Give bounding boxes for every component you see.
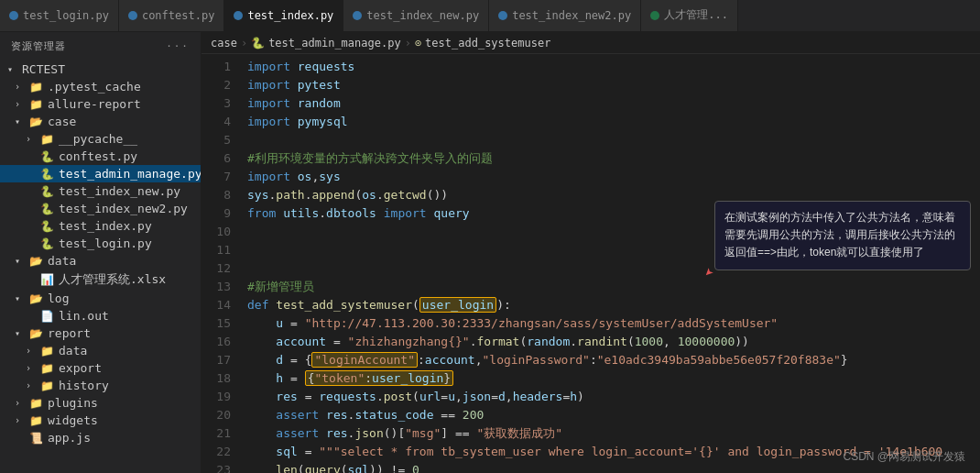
chevron-down-icon: ▾ [15, 116, 29, 126]
sidebar-item-pytest-cache[interactable]: › 📁 .pytest_cache [0, 78, 201, 95]
chevron-right-icon: › [15, 398, 29, 408]
py-file-icon: 🐍 [40, 150, 55, 163]
code-line-6: #利用环境变量的方式解决跨文件夹导入的问题 [247, 149, 980, 168]
sidebar-item-report[interactable]: ▾ 📂 report [0, 324, 201, 342]
tab-test-index-new[interactable]: test_index_new.py [343, 0, 489, 31]
folder-icon: 📁 [40, 133, 55, 146]
chevron-down-icon: ▾ [7, 64, 22, 74]
editor-body: 1234 5678 9101112 13141516 17181920 2122… [201, 54, 980, 473]
code-line-5 [247, 131, 980, 149]
chevron-right-icon: › [15, 82, 29, 92]
py-icon [498, 11, 507, 20]
sidebar-item-plugins[interactable]: › 📁 plugins [0, 394, 201, 412]
code-line-18: h = {"token":user_login} [247, 369, 980, 388]
folder-icon: 📁 [29, 98, 44, 111]
py-icon [353, 11, 362, 20]
sidebar-item-data[interactable]: ▾ 📂 data [0, 252, 201, 270]
code-line-14: def test_add_systemuser(user_login): [247, 296, 980, 314]
root-label: RCTEST [22, 62, 65, 76]
sidebar-item-appjs[interactable]: 📜 app.js [0, 429, 201, 446]
item-label: data [48, 254, 76, 268]
xlsx-file-icon: 📊 [40, 273, 55, 286]
py-file-icon: 🐍 [40, 203, 55, 215]
sidebar-item-pycache[interactable]: › 📁 __pycache__ [0, 130, 201, 148]
item-label: lin.out [59, 309, 109, 323]
js-file-icon: 📜 [29, 432, 44, 445]
file-icon: 📄 [40, 310, 55, 323]
sidebar-item-test-login[interactable]: 🐍 test_login.py [0, 235, 201, 252]
sidebar: 资源管理器 ··· ▾ RCTEST › 📁 .pytest_cache › 📁… [0, 32, 201, 473]
py-file-icon: 🐍 [40, 185, 55, 198]
item-label: log [48, 292, 69, 305]
folder-open-icon: 📂 [29, 255, 44, 268]
tab-rencai[interactable]: 人才管理... [641, 0, 738, 31]
item-label: test_login.py [59, 236, 152, 250]
folder-icon: 📁 [29, 81, 44, 94]
sidebar-item-test-index-new[interactable]: 🐍 test_index_new.py [0, 182, 201, 200]
code-line-4: import pymysql [247, 113, 980, 131]
code-line-7: import os,sys [247, 168, 980, 186]
item-label: conftest.py [59, 149, 137, 163]
folder-open-icon: 📂 [29, 116, 44, 128]
item-label: .pytest_cache [48, 80, 141, 94]
sidebar-item-root[interactable]: ▾ RCTEST [0, 60, 201, 78]
chevron-right-icon: › [15, 99, 29, 109]
tab-conftest[interactable]: conftest.py [119, 0, 224, 31]
code-content[interactable]: import requests import pytest import ran… [238, 54, 980, 473]
tab-label: conftest.py [142, 9, 214, 22]
item-label: test_index_new.py [59, 184, 180, 198]
item-label: app.js [48, 431, 91, 445]
chevron-down-icon: ▾ [15, 293, 29, 303]
item-label: test_index.py [59, 219, 152, 233]
sidebar-item-conftest[interactable]: 🐍 conftest.py [0, 148, 201, 165]
tab-test-login[interactable]: test_login.py [0, 0, 119, 31]
tab-test-index[interactable]: test_index.py [224, 0, 343, 31]
item-label: allure-report [48, 97, 141, 111]
code-line-17: d = {"loginAccount":account,"loginPasswo… [247, 351, 980, 369]
item-label: history [59, 379, 109, 392]
sidebar-item-test-admin-manage[interactable]: 🐍 test_admin_manage.py [0, 165, 201, 182]
sidebar-item-widgets[interactable]: › 📁 widgets [0, 412, 201, 429]
annotation-text: 在测试案例的方法中传入了公共方法名，意味着需要先调用公共的方法，调用后接收公共方… [724, 211, 955, 258]
tab-label: test_index_new2.py [512, 9, 631, 22]
tab-test-index-new2[interactable]: test_index_new2.py [489, 0, 641, 31]
code-line-20: assert res.status_code == 200 [247, 406, 980, 424]
sidebar-item-allure-report[interactable]: › 📁 allure-report [0, 95, 201, 113]
sidebar-item-report-export[interactable]: › 📁 export [0, 359, 201, 377]
chevron-right-icon: › [26, 134, 40, 144]
line-numbers: 1234 5678 9101112 13141516 17181920 2122… [201, 54, 238, 473]
code-line-15: u = "http://47.113.200.30:2333/zhangsan/… [247, 314, 980, 333]
folder-icon: 📁 [40, 380, 55, 392]
tab-label: 人才管理... [664, 7, 728, 23]
sidebar-item-lin-out[interactable]: 📄 lin.out [0, 307, 201, 324]
tabs-bar: test_login.py conftest.py test_index.py … [0, 0, 980, 32]
py-file-icon: 🐍 [40, 168, 55, 181]
chevron-right-icon: › [15, 415, 29, 425]
item-label: case [48, 115, 76, 128]
py-icon [9, 11, 18, 20]
item-label: widgets [48, 413, 98, 427]
chevron-down-icon: ▾ [15, 256, 29, 266]
sidebar-item-log[interactable]: ▾ 📂 log [0, 290, 201, 307]
py-file-icon: 🐍 [40, 220, 55, 233]
editor-container: case › 🐍 test_admin_manage.py › ⊙ test_a… [201, 32, 980, 473]
code-line-13: #新增管理员 [247, 278, 980, 296]
sidebar-item-case[interactable]: ▾ 📂 case [0, 113, 201, 130]
sidebar-item-xlsx[interactable]: 📊 人才管理系统.xlsx [0, 270, 201, 290]
code-line-19: res = requests.post(url=u,json=d,headers… [247, 388, 980, 406]
sidebar-item-report-data[interactable]: › 📁 data [0, 342, 201, 359]
item-label: plugins [48, 396, 98, 410]
chevron-down-icon: ▾ [15, 328, 29, 338]
breadcrumb-part4: test_add_systemuser [425, 37, 550, 50]
code-line-1: import requests [247, 58, 980, 76]
item-label: data [59, 344, 87, 358]
py-icon [128, 11, 137, 20]
code-line-3: import random [247, 94, 980, 113]
folder-icon: 📁 [29, 397, 44, 410]
tab-label: test_login.py [23, 9, 109, 22]
item-label: __pycache__ [59, 132, 137, 146]
breadcrumb-part3: ⊙ [415, 37, 421, 50]
sidebar-item-report-history[interactable]: › 📁 history [0, 377, 201, 394]
sidebar-item-test-index-new2[interactable]: 🐍 test_index_new2.py [0, 200, 201, 217]
sidebar-item-test-index[interactable]: 🐍 test_index.py [0, 217, 201, 235]
